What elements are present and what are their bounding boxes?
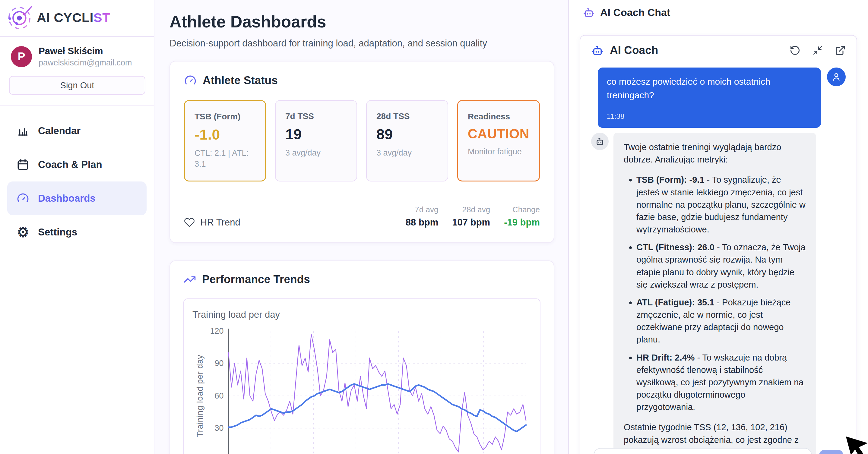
ai-coach-card-header: AI Coach <box>591 44 846 57</box>
svg-text:60: 60 <box>215 391 224 400</box>
heart-icon <box>184 217 195 228</box>
performance-card-title: Performance Trends <box>202 273 310 286</box>
svg-text:Training load per day: Training load per day <box>195 355 205 437</box>
sidebar-item-label: Dashboards <box>38 193 96 204</box>
avatar: P <box>11 46 32 67</box>
mouse-cursor <box>844 431 868 454</box>
chat-panel-header: AI Coach Chat <box>569 0 868 25</box>
page-subtitle: Decision-support dashboard for training … <box>169 38 554 49</box>
training-load-chart: 0306090120Training load per day <box>192 324 531 454</box>
main-content: Athlete Dashboards Decision-support dash… <box>154 0 568 454</box>
chat-input-row <box>593 448 843 454</box>
app-window: AI CYCLIST P Paweł Skiścim pawelskiscim@… <box>0 0 868 454</box>
user-message-row: co możesz powiedzieć o moich ostatnich t… <box>591 67 846 128</box>
ai-message-row: Twoje ostatnie treningi wyglądają bardzo… <box>591 133 846 454</box>
chart-title: Training load per day <box>192 309 531 320</box>
ai-coach-card: AI Coach <box>580 35 857 454</box>
gear-icon: ⚙ <box>16 226 30 239</box>
svg-text:120: 120 <box>210 326 224 335</box>
list-item: TSB (Form): -9.1 - To sygnalizuje, że je… <box>637 174 806 236</box>
chat-panel-title: AI Coach Chat <box>600 7 670 19</box>
chat-messages: co możesz powiedzieć o moich ostatnich t… <box>591 67 846 454</box>
logo-icon <box>7 4 34 31</box>
robot-icon <box>591 44 604 57</box>
sidebar-item-label: Coach & Plan <box>38 159 102 170</box>
athlete-status-card: Athlete Status TSB (Form) -1.0 CTL: 2.1 … <box>169 61 554 243</box>
app-logo: AI CYCLIST <box>0 0 154 37</box>
metric-value: -1.0 <box>194 126 255 143</box>
rotate-ccw-icon <box>789 45 801 56</box>
performance-trends-card: Performance Trends Training load per day… <box>169 260 554 454</box>
gauge-icon <box>16 192 30 205</box>
ai-message-intro: Twoje ostatnie treningi wyglądają bardzo… <box>624 141 806 166</box>
user-profile: P Paweł Skiścim pawelskiscim@gmail.com <box>0 37 154 67</box>
user-name: Paweł Skiścim <box>39 46 132 57</box>
bot-avatar <box>591 133 609 150</box>
hr-stat-28d: 28d avg 107 bpm <box>452 205 490 228</box>
user-email: pawelskiscim@gmail.com <box>39 58 132 67</box>
metric-7d-tss: 7d TSS 19 3 avg/day <box>275 100 357 182</box>
ai-coach-panel: AI Coach Chat AI Coach <box>568 0 868 454</box>
sidebar-item-calendar[interactable]: Calendar <box>7 114 147 148</box>
gauge-icon <box>184 74 197 87</box>
sidebar-item-label: Calendar <box>38 125 81 136</box>
reset-chat-button[interactable] <box>789 45 801 56</box>
list-item: CTL (Fitness): 26.0 - To oznacza, że Two… <box>637 241 806 291</box>
sidebar-item-settings[interactable]: ⚙ Settings <box>7 215 147 249</box>
open-external-button[interactable] <box>835 45 846 56</box>
status-card-title: Athlete Status <box>203 74 278 87</box>
sidebar-nav: Calendar Coach & Plan Dashboards <box>0 105 154 257</box>
hr-trend-label: HR Trend <box>200 217 240 228</box>
brand-name: AI CYCLIST <box>37 10 111 25</box>
external-link-icon <box>835 45 846 56</box>
page-title: Athlete Dashboards <box>169 12 554 31</box>
list-item: HR Drift: 2.4% - To wskazuje na dobrą ef… <box>637 352 806 414</box>
send-button[interactable] <box>819 450 843 454</box>
robot-icon <box>595 136 605 146</box>
ai-metric-list: TSB (Form): -9.1 - To sygnalizuje, że je… <box>624 174 806 413</box>
hr-stat-7d: 7d avg 88 bpm <box>406 205 438 228</box>
sidebar-item-dashboards[interactable]: Dashboards <box>7 182 147 215</box>
sidebar-item-coach-plan[interactable]: Coach & Plan <box>7 148 147 182</box>
hr-stat-change: Change -19 bpm <box>504 205 540 228</box>
user-message-text: co możesz powiedzieć o moich ostatnich t… <box>607 75 812 102</box>
metric-tsb: TSB (Form) -1.0 CTL: 2.1 | ATL: 3.1 <box>184 100 266 182</box>
sign-out-button[interactable]: Sign Out <box>9 76 145 95</box>
sidebar: AI CYCLIST P Paweł Skiścim pawelskiscim@… <box>0 0 154 454</box>
metric-value: 89 <box>376 126 438 142</box>
svg-text:90: 90 <box>215 359 224 368</box>
message-timestamp: 11:38 <box>607 111 812 122</box>
metric-grid: TSB (Form) -1.0 CTL: 2.1 | ATL: 3.1 7d T… <box>184 100 540 182</box>
minimize-button[interactable] <box>812 45 823 56</box>
metric-28d-tss: 28d TSS 89 3 avg/day <box>366 100 448 182</box>
robot-icon <box>583 6 595 19</box>
bar-chart-icon <box>16 124 30 137</box>
ai-coach-title: AI Coach <box>610 44 658 57</box>
user-message-bubble: co możesz powiedzieć o moich ostatnich t… <box>598 67 821 128</box>
person-icon <box>831 72 841 82</box>
chat-input[interactable] <box>593 448 812 454</box>
minimize-icon <box>812 45 823 56</box>
metric-readiness: Readiness CAUTION Monitor fatigue <box>457 100 540 182</box>
metric-value: 19 <box>285 126 347 142</box>
trending-up-icon <box>183 273 196 286</box>
hr-trend-row: HR Trend 7d avg 88 bpm 28d avg 107 bpm C… <box>184 195 540 228</box>
metric-value: CAUTION <box>468 126 529 141</box>
sidebar-item-label: Settings <box>38 226 77 238</box>
list-item: ATL (Fatigue): 35.1 - Pokazuje bieżące z… <box>637 296 806 346</box>
svg-text:30: 30 <box>215 424 224 432</box>
calendar-icon <box>16 158 30 171</box>
user-avatar <box>827 67 846 86</box>
ai-message-bubble: Twoje ostatnie treningi wyglądają bardzo… <box>614 133 816 454</box>
training-load-chart-box: Training load per day 0306090120Training… <box>183 298 540 454</box>
